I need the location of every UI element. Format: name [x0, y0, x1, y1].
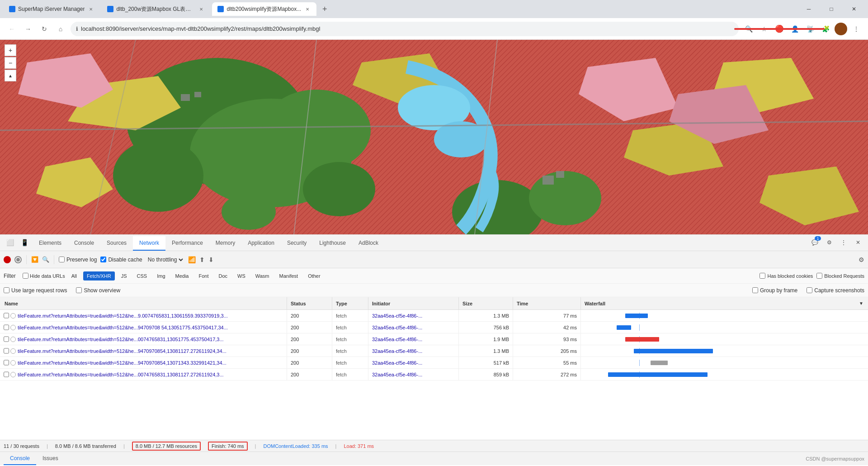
tab-1[interactable]: SuperMap iServer Manager ✕ [4, 2, 100, 16]
capture-screenshots-label[interactable]: Capture screenshots [807, 287, 864, 294]
tab-application[interactable]: Application [241, 236, 281, 251]
show-overview-checkbox[interactable] [76, 287, 82, 293]
maximize-button[interactable]: □ [821, 0, 842, 18]
cell-time: 77 ms [513, 310, 581, 321]
capture-screenshots-checkbox[interactable] [807, 287, 812, 293]
import-button[interactable]: ⬆ [199, 256, 205, 263]
filter-fetch-xhr-button[interactable]: Fetch/XHR [83, 271, 115, 281]
filter-button[interactable]: 🔽 [31, 256, 38, 263]
has-blocked-cookies-checkbox[interactable] [760, 273, 765, 279]
tab-elements[interactable]: Elements [33, 236, 68, 251]
home-button[interactable]: ⌂ [54, 23, 67, 35]
stop-recording-button[interactable] [14, 256, 22, 263]
filter-media-button[interactable]: Media [172, 271, 193, 281]
col-status: Status [287, 297, 332, 309]
blocked-requests-label[interactable]: Blocked Requests [816, 273, 864, 279]
tab-performance[interactable]: Performance [165, 236, 209, 251]
minimize-button[interactable]: ─ [798, 0, 819, 18]
close-button[interactable]: ✕ [844, 0, 864, 18]
tab-2[interactable]: dltb_200w资源Mapbox GL表述... ✕ [102, 2, 210, 16]
row-checkbox-5[interactable] [4, 371, 9, 377]
tab-adblock[interactable]: AdBlock [352, 236, 385, 251]
tab-console[interactable]: Console [68, 236, 100, 251]
tab-sources[interactable]: Sources [100, 236, 133, 251]
table-row[interactable]: tileFeature.mvt?returnAttributes=true&wi… [0, 322, 868, 333]
tab-close-2[interactable]: ✕ [198, 5, 205, 13]
has-blocked-cookies-label[interactable]: Has blocked cookies [760, 273, 813, 279]
user-avatar[interactable] [835, 23, 847, 35]
bottom-tab-console[interactable]: Console [4, 452, 36, 465]
tab-memory[interactable]: Memory [209, 236, 241, 251]
use-large-rows-label[interactable]: Use large request rows [4, 287, 67, 294]
row-checkbox-2[interactable] [4, 336, 9, 342]
tab-3[interactable]: dltb200wsimplify资源Mapbox... ✕ [212, 2, 316, 16]
hide-data-urls-checkbox[interactable] [23, 273, 28, 279]
filter-img-button[interactable]: Img [153, 271, 169, 281]
forward-button[interactable]: → [22, 23, 34, 35]
filter-manifest-button[interactable]: Manifest [276, 271, 302, 281]
wifi-icon[interactable]: 📶 [188, 256, 196, 263]
col-waterfall: Waterfall ▼ [581, 297, 867, 309]
north-button[interactable]: ▲ [5, 70, 16, 81]
group-by-frame-label[interactable]: Group by frame [752, 287, 797, 294]
cell-waterfall [581, 322, 868, 333]
hide-data-urls-label[interactable]: Hide data URLs [23, 273, 65, 279]
devtools-more-icon[interactable]: ⋮ [837, 236, 850, 249]
devtools-right-icons: 💬 1 ⚙ ⋮ ✕ [808, 236, 864, 251]
zoom-out-button[interactable]: − [5, 57, 16, 69]
svg-rect-29 [556, 171, 564, 178]
table-row[interactable]: tileFeature.mvt?returnAttributes=true&wi… [0, 369, 868, 380]
throttling-select[interactable]: No throttling Fast 3G Slow 3G Offline [146, 254, 184, 265]
menu-icon[interactable]: ⋮ [850, 23, 863, 35]
new-tab-button[interactable]: + [318, 3, 331, 15]
back-button[interactable]: ← [5, 23, 18, 35]
row-checkbox-4[interactable] [4, 360, 9, 366]
devtools-close-icon[interactable]: ✕ [852, 236, 864, 249]
use-large-rows-checkbox[interactable] [4, 287, 9, 293]
row-checkbox-0[interactable] [4, 313, 9, 319]
filter-all-button[interactable]: All [68, 271, 80, 281]
table-row[interactable]: tileFeature.mvt?returnAttributes=true&wi… [0, 333, 868, 345]
filter-wasm-button[interactable]: Wasm [252, 271, 273, 281]
filter-ws-button[interactable]: WS [234, 271, 249, 281]
cell-status: 200 [287, 369, 332, 380]
options-row: Use large request rows Show overview Gro… [0, 284, 868, 297]
filter-other-button[interactable]: Other [304, 271, 324, 281]
blocked-requests-checkbox[interactable] [816, 273, 822, 279]
zoom-in-button[interactable]: + [5, 44, 16, 56]
filter-doc-button[interactable]: Doc [215, 271, 231, 281]
export-button[interactable]: ⬇ [208, 256, 214, 263]
bottom-tab-issues[interactable]: Issues [36, 452, 65, 465]
tab-close-3[interactable]: ✕ [304, 5, 311, 13]
table-row[interactable]: tileFeature.mvt?returnAttributes=true&wi… [0, 345, 868, 357]
network-settings-button[interactable]: ⚙ [859, 256, 864, 263]
tab-security[interactable]: Security [281, 236, 313, 251]
console-errors-icon[interactable]: 💬 1 [808, 236, 821, 249]
row-checkbox-1[interactable] [4, 324, 9, 330]
devtools-settings-icon[interactable]: ⚙ [823, 236, 835, 249]
cell-type: fetch [332, 369, 368, 380]
disable-cache-label[interactable]: Disable cache [100, 257, 142, 263]
table-row[interactable]: tileFeature.mvt?returnAttributes=true&wi… [0, 357, 868, 369]
record-button[interactable] [4, 256, 11, 263]
device-toolbar-icon[interactable]: 📱 [18, 236, 31, 249]
table-row[interactable]: tileFeature.mvt?returnAttributes=true&wi… [0, 310, 868, 322]
tab-lighthouse[interactable]: Lighthouse [313, 236, 352, 251]
tab-close-1[interactable]: ✕ [87, 5, 94, 13]
inspect-element-icon[interactable]: ⬜ [4, 236, 16, 249]
search-button[interactable]: 🔍 [42, 256, 49, 263]
disable-cache-checkbox[interactable] [100, 257, 106, 262]
group-by-frame-checkbox[interactable] [752, 287, 758, 293]
preserve-log-label[interactable]: Preserve log [59, 257, 97, 263]
filter-css-button[interactable]: CSS [133, 271, 151, 281]
sep-1: | [47, 443, 48, 449]
preserve-log-checkbox[interactable] [59, 257, 65, 262]
url-bar[interactable]: ℹ localhost:8090/iserver/services/map-mv… [71, 22, 739, 36]
col-name: Name [1, 297, 287, 309]
tab-network[interactable]: Network [133, 236, 165, 251]
row-checkbox-3[interactable] [4, 348, 9, 354]
filter-js-button[interactable]: JS [118, 271, 131, 281]
show-overview-label[interactable]: Show overview [76, 287, 120, 294]
refresh-button[interactable]: ↻ [38, 23, 51, 35]
filter-font-button[interactable]: Font [195, 271, 212, 281]
